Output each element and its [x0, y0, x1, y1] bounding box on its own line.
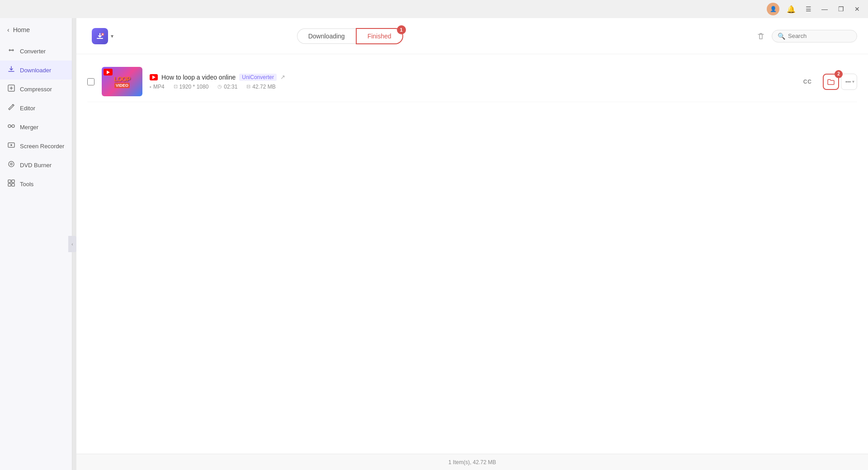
- merger-label: Merger: [20, 124, 38, 131]
- svg-point-13: [847, 81, 849, 82]
- cc-button[interactable]: CC: [800, 77, 816, 87]
- home-label: Home: [13, 26, 30, 33]
- converter-label: Converter: [20, 48, 46, 55]
- resolution-icon: ⊡: [174, 84, 178, 89]
- filesize-icon: ⊟: [246, 84, 250, 89]
- video-resolution: 1920 * 1080: [179, 84, 209, 90]
- format-icon: ▪: [150, 84, 151, 89]
- sidebar-item-screen-recorder[interactable]: Screen Recorder: [0, 136, 72, 155]
- toolbar-right: 🔍: [754, 29, 857, 43]
- dropdown-chevron-icon: ▾: [852, 79, 854, 84]
- maximize-button[interactable]: ❐: [834, 2, 848, 16]
- minimize-button[interactable]: —: [817, 2, 832, 16]
- converter-icon: [7, 46, 15, 56]
- title-bar: 👤 🔔 ☰ — ❐ ✕: [0, 0, 868, 18]
- video-meta: ▪ MP4 ⊡ 1920 * 1080 ◷ 02:31 ⊟: [150, 84, 793, 90]
- avatar-button[interactable]: 👤: [767, 3, 779, 15]
- duration-icon: ◷: [217, 84, 222, 89]
- svg-rect-9: [8, 183, 11, 186]
- svg-point-6: [10, 163, 12, 165]
- svg-point-12: [845, 81, 847, 82]
- svg-rect-8: [12, 180, 14, 183]
- tools-icon: [7, 179, 15, 189]
- sidebar: ‹ Home Converter Downloader: [0, 18, 72, 470]
- svg-rect-7: [8, 180, 11, 183]
- trash-button[interactable]: [754, 29, 768, 43]
- download-icon: [92, 28, 108, 44]
- sidebar-collapse-button[interactable]: ‹: [68, 236, 76, 252]
- tab-group: Downloading Finished 1: [297, 28, 403, 44]
- video-title: How to loop a video online: [161, 74, 236, 81]
- sidebar-item-tools[interactable]: Tools: [0, 174, 72, 193]
- tools-label: Tools: [20, 181, 33, 188]
- sidebar-item-merger[interactable]: Merger: [0, 118, 72, 136]
- youtube-icon: [150, 74, 158, 80]
- editor-icon: [7, 103, 15, 113]
- svg-point-4: [10, 144, 12, 146]
- content-area: LOOP VIDEO How to loop a video online: [76, 54, 868, 454]
- svg-point-5: [9, 161, 14, 167]
- chevron-down-icon: ▾: [111, 33, 113, 39]
- app-container: ‹ Home Converter Downloader: [0, 18, 868, 470]
- filesize-meta: ⊟ 42.72 MB: [246, 84, 275, 90]
- video-filesize: 42.72 MB: [252, 84, 275, 90]
- sidebar-item-editor[interactable]: Editor: [0, 99, 72, 118]
- video-title-row: How to loop a video online UniConverter …: [150, 74, 793, 81]
- svg-point-2: [12, 125, 14, 127]
- sidebar-item-dvd-burner[interactable]: DVD Burner: [0, 155, 72, 174]
- video-item: LOOP VIDEO How to loop a video online: [87, 61, 857, 102]
- folder-badge: 2: [835, 70, 843, 78]
- compressor-icon: [7, 84, 15, 94]
- dvd-burner-label: DVD Burner: [20, 162, 52, 169]
- status-text: 1 Item(s), 42.72 MB: [448, 459, 496, 465]
- video-thumbnail: LOOP VIDEO: [102, 67, 142, 96]
- duration-meta: ◷ 02:31: [217, 84, 237, 90]
- finished-tab-badge: 1: [397, 25, 406, 34]
- format-meta: ▪ MP4: [150, 84, 165, 90]
- uni-converter-tag: UniConverter: [239, 74, 277, 81]
- editor-label: Editor: [20, 105, 35, 112]
- add-download-button[interactable]: ▾: [87, 25, 118, 47]
- compressor-label: Compressor: [20, 86, 52, 93]
- svg-rect-10: [12, 183, 14, 186]
- home-button[interactable]: ‹ Home: [0, 22, 72, 38]
- action-buttons: 2 ▾: [823, 74, 857, 90]
- notification-button[interactable]: 🔔: [785, 3, 797, 15]
- search-box: 🔍: [772, 30, 857, 42]
- status-bar: 1 Item(s), 42.72 MB: [76, 454, 868, 470]
- svg-point-14: [849, 81, 850, 82]
- search-input[interactable]: [788, 33, 851, 39]
- svg-point-1: [8, 125, 11, 127]
- top-toolbar: ▾ Downloading Finished 1 🔍: [76, 18, 868, 54]
- video-format: MP4: [153, 84, 165, 90]
- dvd-burner-icon: [7, 160, 15, 170]
- search-icon: 🔍: [778, 33, 785, 40]
- video-checkbox[interactable]: [87, 78, 94, 85]
- finished-tab[interactable]: Finished 1: [356, 28, 403, 44]
- screen-recorder-label: Screen Recorder: [20, 143, 64, 150]
- youtube-play-icon: [152, 75, 156, 79]
- back-icon: ‹: [7, 26, 9, 33]
- downloader-icon: [7, 65, 15, 75]
- external-link-icon[interactable]: ↗: [280, 74, 285, 80]
- resolution-meta: ⊡ 1920 * 1080: [174, 84, 209, 90]
- menu-button[interactable]: ☰: [801, 2, 816, 16]
- merger-icon: [7, 122, 15, 132]
- video-info: How to loop a video online UniConverter …: [150, 74, 793, 90]
- downloader-label: Downloader: [20, 67, 51, 74]
- downloading-tab[interactable]: Downloading: [297, 28, 356, 44]
- sidebar-item-downloader[interactable]: Downloader: [0, 61, 72, 80]
- close-button[interactable]: ✕: [850, 2, 864, 16]
- video-duration: 02:31: [224, 84, 237, 90]
- screen-recorder-icon: [7, 141, 15, 151]
- more-options-button[interactable]: ▾: [841, 74, 857, 90]
- sidebar-item-compressor[interactable]: Compressor: [0, 80, 72, 99]
- main-content: ▾ Downloading Finished 1 🔍: [76, 18, 868, 470]
- sidebar-item-converter[interactable]: Converter: [0, 42, 72, 61]
